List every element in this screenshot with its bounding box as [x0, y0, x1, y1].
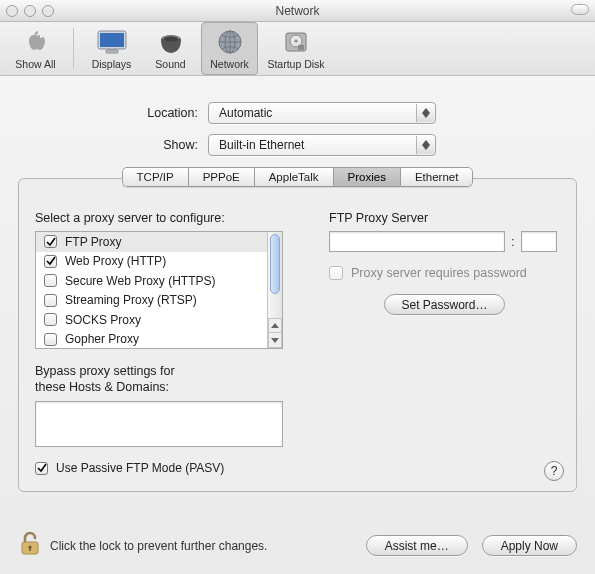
list-item-label: FTP Proxy	[65, 235, 121, 249]
list-item[interactable]: FTP Proxy	[36, 232, 267, 252]
select-arrows-icon	[416, 136, 434, 154]
list-item[interactable]: Secure Web Proxy (HTTPS)	[36, 271, 267, 291]
proxy-port-input[interactable]	[521, 231, 557, 252]
toolbar-label: Show All	[15, 58, 55, 70]
location-value: Automatic	[219, 106, 272, 120]
toolbar-displays[interactable]: Displays	[83, 22, 140, 75]
settings-panel: TCP/IP PPPoE AppleTalk Proxies Ethernet …	[18, 178, 577, 492]
svg-rect-2	[106, 50, 118, 53]
assist-me-button[interactable]: Assist me…	[366, 535, 468, 556]
passive-ftp-row: Use Passive FTP Mode (PASV)	[35, 461, 295, 475]
tab-appletalk[interactable]: AppleTalk	[254, 167, 333, 187]
toolbar-separator	[73, 28, 74, 69]
toolbar-label: Network	[210, 58, 249, 70]
show-select[interactable]: Built-in Ethernet	[208, 134, 436, 156]
list-item-label: SOCKS Proxy	[65, 313, 141, 327]
svg-rect-1	[100, 33, 124, 47]
list-item[interactable]: Streaming Proxy (RTSP)	[36, 291, 267, 311]
show-value: Built-in Ethernet	[219, 138, 304, 152]
bypass-hosts-input[interactable]	[35, 401, 283, 447]
requires-password-row: Proxy server requires password	[329, 266, 560, 280]
speaker-icon	[153, 28, 189, 56]
tab-tcpip[interactable]: TCP/IP	[122, 167, 188, 187]
proxy-server-title: FTP Proxy Server	[329, 211, 560, 225]
window-title: Network	[0, 4, 595, 18]
scroll-down-button[interactable]	[268, 333, 282, 348]
toolbar-toggle-button[interactable]	[571, 4, 589, 15]
show-row: Show: Built-in Ethernet	[18, 134, 577, 156]
toolbar-label: Sound	[155, 58, 185, 70]
colon-label: :	[511, 234, 515, 249]
list-item-label: Gopher Proxy	[65, 332, 139, 346]
svg-point-4	[164, 36, 178, 41]
apple-icon	[18, 28, 54, 56]
checkbox[interactable]	[44, 333, 57, 346]
proxy-list[interactable]: FTP Proxy Web Proxy (HTTP) Secure Web Pr…	[35, 231, 283, 349]
bypass-label: Bypass proxy settings for these Hosts & …	[35, 363, 295, 395]
proxies-right-column: FTP Proxy Server : Proxy server requires…	[329, 211, 560, 475]
display-icon	[94, 28, 130, 56]
toolbar-show-all[interactable]: Show All	[7, 22, 64, 75]
location-label: Location:	[18, 106, 208, 120]
checkbox[interactable]	[44, 255, 57, 268]
checkbox[interactable]	[44, 294, 57, 307]
globe-icon	[212, 28, 248, 56]
content-area: Location: Automatic Show: Built-in Ether…	[0, 76, 595, 498]
proxy-list-label: Select a proxy server to configure:	[35, 211, 295, 225]
location-row: Location: Automatic	[18, 102, 577, 124]
toolbar: Show All Displays Sound Network Startup …	[0, 22, 595, 76]
disk-icon	[278, 28, 314, 56]
list-item-label: Streaming Proxy (RTSP)	[65, 293, 197, 307]
apply-now-button[interactable]: Apply Now	[482, 535, 577, 556]
passive-ftp-label: Use Passive FTP Mode (PASV)	[56, 461, 224, 475]
svg-rect-11	[298, 45, 304, 50]
location-select[interactable]: Automatic	[208, 102, 436, 124]
checkbox[interactable]	[44, 274, 57, 287]
passive-ftp-checkbox[interactable]	[35, 462, 48, 475]
help-button[interactable]: ?	[544, 461, 564, 481]
checkbox[interactable]	[44, 235, 57, 248]
toolbar-sound[interactable]: Sound	[142, 22, 199, 75]
titlebar: Network	[0, 0, 595, 22]
requires-password-label: Proxy server requires password	[351, 266, 527, 280]
svg-rect-14	[29, 547, 31, 551]
select-arrows-icon	[416, 104, 434, 122]
requires-password-checkbox[interactable]	[329, 266, 343, 280]
list-item[interactable]: SOCKS Proxy	[36, 310, 267, 330]
tab-bar: TCP/IP PPPoE AppleTalk Proxies Ethernet	[19, 167, 576, 187]
toolbar-startup-disk[interactable]: Startup Disk	[260, 22, 332, 75]
checkbox[interactable]	[44, 313, 57, 326]
proxy-host-input[interactable]	[329, 231, 505, 252]
proxy-address-row: :	[329, 231, 560, 252]
list-item[interactable]: Web Proxy (HTTP)	[36, 252, 267, 272]
lock-icon[interactable]	[18, 531, 42, 560]
svg-point-10	[294, 39, 297, 42]
toolbar-network[interactable]: Network	[201, 22, 258, 75]
proxies-left-column: Select a proxy server to configure: FTP …	[35, 211, 295, 475]
list-item-label: Web Proxy (HTTP)	[65, 254, 166, 268]
lock-row: Click the lock to prevent further change…	[18, 531, 356, 560]
tab-pppoe[interactable]: PPPoE	[188, 167, 254, 187]
scroll-thumb[interactable]	[270, 234, 280, 294]
lock-label: Click the lock to prevent further change…	[50, 539, 267, 553]
show-label: Show:	[18, 138, 208, 152]
bottom-bar: Click the lock to prevent further change…	[0, 521, 595, 574]
scroll-up-button[interactable]	[268, 318, 282, 333]
scrollbar[interactable]	[267, 232, 282, 348]
list-item-label: Secure Web Proxy (HTTPS)	[65, 274, 215, 288]
set-password-button[interactable]: Set Password…	[384, 294, 504, 315]
toolbar-label: Displays	[92, 58, 132, 70]
tab-ethernet[interactable]: Ethernet	[400, 167, 473, 187]
tab-proxies[interactable]: Proxies	[333, 167, 400, 187]
toolbar-label: Startup Disk	[267, 58, 324, 70]
list-item[interactable]: Gopher Proxy	[36, 330, 267, 349]
